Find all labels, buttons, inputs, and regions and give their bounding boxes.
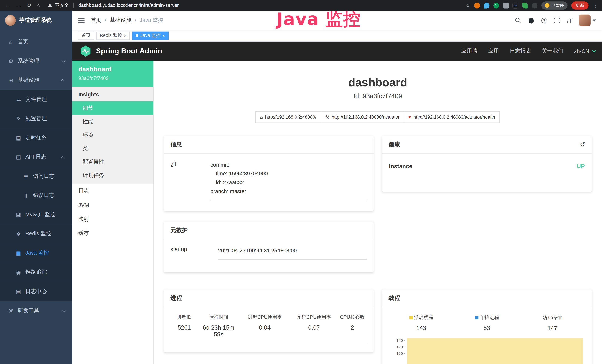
sidebar-item-link-tracing[interactable]: ◉ 链路追踪 bbox=[0, 263, 72, 282]
instance-nav-config-props[interactable]: 配置属性 bbox=[72, 155, 153, 169]
endpoint-link-health[interactable]: ♥ http://192.168.0.2:48080/actuator/heal… bbox=[404, 111, 500, 123]
uptime-value: 6d 23h 15m 59s bbox=[198, 324, 239, 338]
instance-nav-scheduled-tasks[interactable]: 计划任务 bbox=[72, 169, 153, 182]
sba-nav-applications[interactable]: 应用 bbox=[488, 48, 499, 54]
instance-nav-details[interactable]: 细节 bbox=[72, 101, 153, 115]
sidebar-item-error-logs[interactable]: ▥ 错误日志 bbox=[0, 186, 72, 205]
sidebar-item-log-center[interactable]: ▤ 日志中心 bbox=[0, 282, 72, 301]
sidebar-item-java-monitor[interactable]: ▣ Java 监控 bbox=[0, 244, 72, 263]
sba-nav-about[interactable]: 关于我们 bbox=[542, 48, 563, 54]
browser-home-button[interactable]: ⌂ bbox=[37, 3, 40, 8]
tab-home[interactable]: 首页 bbox=[78, 31, 94, 40]
breadcrumb-infrastructure[interactable]: 基础设施 bbox=[110, 17, 131, 24]
sba-nav-wallboard[interactable]: 应用墙 bbox=[461, 48, 477, 54]
health-icon: ♥ bbox=[408, 114, 411, 120]
font-size-icon[interactable]: тT bbox=[567, 17, 572, 23]
redis-icon: ❖ bbox=[15, 231, 22, 237]
sidebar-item-api-logs[interactable]: ▨ API 日志 bbox=[0, 147, 72, 167]
extension-icon-green-v[interactable]: V bbox=[493, 2, 499, 8]
url-text[interactable]: dashboard.yudao.iocoder.cn/infra/admin-s… bbox=[78, 3, 179, 8]
back-button[interactable]: ← bbox=[5, 3, 11, 8]
forward-button[interactable]: → bbox=[16, 3, 22, 8]
history-icon[interactable]: ↺ bbox=[580, 141, 585, 148]
tools-icon: ⚒ bbox=[7, 308, 14, 314]
paused-badge[interactable]: 已暂停 bbox=[541, 1, 568, 9]
paused-badge-label: 已暂停 bbox=[551, 2, 564, 8]
tab-redis-monitor[interactable]: Redis 监控 × bbox=[97, 31, 130, 40]
instance-nav-loggers[interactable]: 日志 bbox=[72, 183, 153, 198]
sidebar-item-home[interactable]: ⌂ 首页 bbox=[0, 32, 72, 52]
peak-threads-value: 147 bbox=[520, 325, 585, 332]
sidebar-item-file-management[interactable]: ☁ 文件管理 bbox=[0, 90, 72, 109]
help-icon[interactable]: ? bbox=[541, 17, 547, 23]
top-navbar: 首页 / 基础设施 / Java 监控 ? bbox=[72, 11, 602, 30]
system-cpu-value: 0.07 bbox=[290, 324, 337, 338]
extension-icon-leaf[interactable] bbox=[522, 2, 528, 8]
cloud-icon: ☁ bbox=[15, 96, 22, 103]
browser-update-button[interactable]: 更新 bbox=[571, 1, 589, 9]
extension-icon-orange[interactable] bbox=[474, 2, 480, 8]
instance-nav-beans[interactable]: 类 bbox=[72, 142, 153, 155]
active-tab-dot bbox=[136, 34, 138, 37]
sidebar-item-scheduled-tasks[interactable]: ▤ 定时任务 bbox=[0, 128, 72, 148]
github-icon[interactable] bbox=[528, 17, 534, 23]
health-instance-label: Instance bbox=[389, 163, 412, 169]
breadcrumb-current: Java 监控 bbox=[140, 17, 163, 24]
sba-title: Spring Boot Admin bbox=[96, 47, 162, 55]
sidebar-item-dev-tools[interactable]: ⚒ 研发工具 bbox=[0, 301, 72, 321]
sba-nav-journal[interactable]: 日志报表 bbox=[510, 48, 531, 54]
cards-grid: 信息 git commit: time: 1596289704000 id: 2… bbox=[164, 136, 592, 364]
page-title: dashboard bbox=[164, 76, 592, 89]
threads-card-title: 线程 bbox=[382, 289, 592, 307]
health-instance-row[interactable]: Instance UP bbox=[389, 156, 585, 175]
sidebar-item-redis-monitor[interactable]: ❖ Redis 监控 bbox=[0, 224, 72, 244]
avatar bbox=[579, 15, 591, 26]
navbar-actions: ? тT bbox=[515, 15, 596, 26]
instance-header[interactable]: dashboard 93a3fc7f7409 bbox=[72, 61, 153, 87]
close-icon[interactable]: × bbox=[162, 33, 165, 38]
metadata-card-title: 元数据 bbox=[164, 222, 374, 239]
sba-nav: 应用墙 应用 日志报表 关于我们 zh-CN bbox=[461, 48, 595, 54]
live-threads-value: 143 bbox=[389, 324, 454, 331]
tab-java-monitor[interactable]: Java 监控 × bbox=[132, 31, 168, 40]
close-icon[interactable]: × bbox=[124, 33, 127, 38]
tags-view-bar: 首页 Redis 监控 × Java 监控 × bbox=[72, 30, 602, 42]
bookmark-star-icon[interactable]: ☆ bbox=[465, 2, 470, 8]
infrastructure-icon: ⊞ bbox=[7, 77, 14, 83]
hamburger-icon[interactable] bbox=[78, 18, 84, 23]
security-warning-label: 不安全 bbox=[55, 2, 69, 9]
sba-locale-select[interactable]: zh-CN bbox=[574, 48, 595, 54]
reload-button[interactable]: ↻ bbox=[27, 3, 31, 8]
search-icon[interactable] bbox=[515, 17, 521, 23]
extension-icon-on-badge[interactable]: on bbox=[513, 2, 518, 8]
threads-legend: 活动线程 143 守护进程 bbox=[389, 310, 585, 332]
sidebar-item-access-logs[interactable]: ▤ 访问日志 bbox=[0, 167, 72, 186]
fullscreen-icon[interactable] bbox=[554, 17, 560, 23]
extension-icon-dark[interactable] bbox=[532, 2, 538, 8]
extensions-grid-icon[interactable] bbox=[503, 2, 509, 8]
log-center-icon: ▤ bbox=[15, 288, 22, 294]
instance-nav-metrics[interactable]: 性能 bbox=[72, 115, 153, 128]
database-icon: ▦ bbox=[15, 212, 22, 218]
schedule-icon: ▤ bbox=[15, 135, 22, 141]
trace-icon: ◉ bbox=[15, 269, 22, 275]
sidebar-item-mysql-monitor[interactable]: ▦ MySQL 监控 bbox=[0, 205, 72, 224]
info-value: commit: time: 1596289704000 id: 27aa832 … bbox=[210, 161, 367, 201]
browser-menu-icon[interactable]: ⋮ bbox=[593, 2, 598, 8]
address-bar[interactable]: 不安全 dashboard.yudao.iocoder.cn/infra/adm… bbox=[48, 2, 465, 9]
sidebar-item-config-management[interactable]: ✎ 配置管理 bbox=[0, 109, 72, 128]
endpoint-link-actuator[interactable]: ⚒ http://192.168.0.2:48080/actuator bbox=[321, 111, 404, 123]
instance-nav-jvm[interactable]: JVM bbox=[72, 198, 153, 212]
breadcrumb-home[interactable]: 首页 bbox=[91, 17, 101, 24]
app-title: 芋道管理系统 bbox=[19, 17, 52, 24]
extension-icon-blue-drop[interactable] bbox=[484, 2, 489, 8]
instance-nav-caches[interactable]: 缓存 bbox=[72, 226, 153, 240]
instance-nav-mappings[interactable]: 映射 bbox=[72, 212, 153, 226]
sidebar-item-system-management[interactable]: ⚙ 系统管理 bbox=[0, 51, 72, 71]
legend-live-threads: 活动线程 143 bbox=[389, 314, 454, 332]
user-menu[interactable] bbox=[579, 15, 596, 26]
endpoint-link-root[interactable]: ⌂ http://192.168.0.2:48080/ bbox=[256, 111, 321, 123]
sidebar-item-infrastructure[interactable]: ⊞ 基础设施 bbox=[0, 71, 72, 90]
instance-nav-environment[interactable]: 环境 bbox=[72, 128, 153, 142]
metadata-startup-row: startup 2021-04-27T00:44:31.254+08:00 bbox=[170, 242, 367, 260]
